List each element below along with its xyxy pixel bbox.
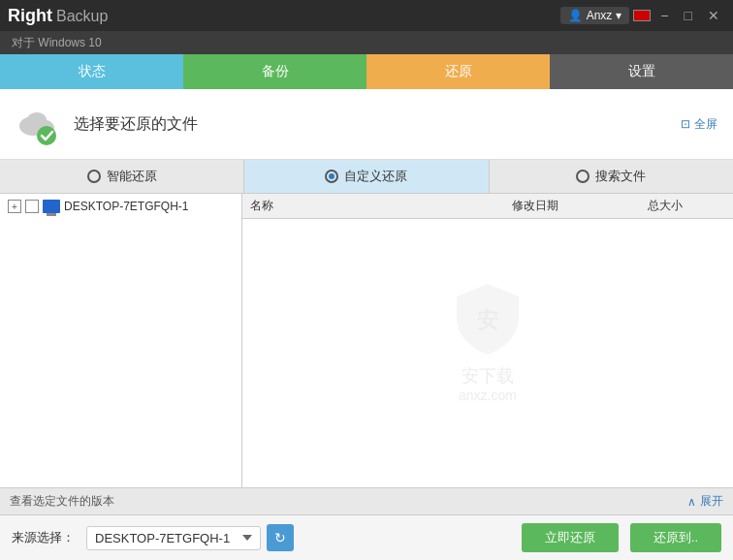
source-label: 来源选择： — [12, 529, 75, 546]
left-panel: + DESKTOP-7ETGFQH-1 — [0, 194, 242, 487]
page-title: 选择要还原的文件 — [74, 114, 198, 135]
tree-item-label: DESKTOP-7ETGFQH-1 — [64, 200, 188, 213]
subtitle-text: 对于 Windows 10 — [12, 35, 102, 51]
options-row: 智能还原 自定义还原 搜索文件 — [0, 160, 733, 194]
col-header-date: 修改日期 — [512, 198, 628, 214]
radio-search-files — [576, 170, 590, 183]
option-smart-restore[interactable]: 智能还原 — [0, 160, 244, 193]
right-panel: 名称 修改日期 总大小 安 安下载 anxz.com — [242, 194, 733, 487]
app-logo: Right Backup — [8, 6, 560, 26]
brand-backup: Backup — [56, 8, 108, 25]
fullscreen-button[interactable]: ⊡ 全屏 — [681, 116, 717, 133]
plus-icon: + — [12, 202, 17, 212]
radio-custom-restore — [325, 170, 338, 183]
option-search-files-label: 搜索文件 — [595, 168, 646, 185]
user-icon: 👤 — [568, 9, 583, 22]
chevron-down-icon: ▾ — [616, 9, 621, 22]
close-button[interactable]: ✕ — [702, 7, 725, 24]
option-custom-restore-label: 自定义还原 — [344, 168, 407, 185]
tab-backup[interactable]: 备份 — [183, 54, 366, 89]
expand-chevron-icon: ∧ — [687, 495, 696, 509]
svg-point-2 — [27, 112, 47, 128]
maximize-button[interactable]: □ — [679, 7, 698, 24]
option-custom-restore[interactable]: 自定义还原 — [244, 160, 489, 193]
nav-tabs: 状态 备份 还原 设置 — [0, 54, 733, 89]
watermark-shield-icon: 安 — [449, 279, 526, 357]
tab-settings[interactable]: 设置 — [550, 54, 733, 89]
minimize-button[interactable]: − — [654, 7, 674, 24]
language-flag-icon — [633, 10, 651, 21]
expand-version-button[interactable]: ∧ 展开 — [687, 493, 723, 510]
watermark-text: 安下载 — [449, 364, 526, 388]
svg-text:安: 安 — [475, 308, 498, 332]
subtitle-bar: 对于 Windows 10 — [0, 31, 733, 54]
watermark: 安 安下载 anxz.com — [449, 279, 526, 403]
cloud-restore-icon — [16, 101, 62, 147]
option-smart-restore-label: 智能还原 — [107, 168, 157, 185]
titlebar: Right Backup 👤 Anxz ▾ − □ ✕ — [0, 0, 733, 31]
watermark-subtext: anxz.com — [459, 388, 517, 403]
tab-restore[interactable]: 还原 — [366, 54, 550, 89]
brand-right: Right — [8, 6, 52, 26]
option-search-files[interactable]: 搜索文件 — [490, 160, 733, 193]
svg-point-3 — [37, 126, 56, 145]
restore-to-button[interactable]: 还原到.. — [630, 523, 721, 552]
content-header: 选择要还原的文件 ⊡ 全屏 — [0, 89, 733, 160]
tree-expand-button[interactable]: + — [8, 200, 21, 213]
user-menu-button[interactable]: 👤 Anxz ▾ — [560, 7, 630, 24]
user-name: Anxz — [587, 9, 613, 22]
refresh-icon: ↻ — [274, 530, 286, 545]
source-select[interactable]: DESKTOP-7ETGFQH-1 — [86, 526, 261, 550]
titlebar-controls: 👤 Anxz ▾ − □ ✕ — [560, 7, 725, 24]
computer-icon — [43, 200, 60, 213]
col-header-size: 总大小 — [648, 198, 725, 214]
radio-smart-restore — [87, 170, 101, 183]
content-area: + DESKTOP-7ETGFQH-1 名称 修改日期 总大小 安 — [0, 194, 733, 487]
right-panel-header: 名称 修改日期 总大小 — [242, 194, 733, 219]
col-header-name: 名称 — [250, 198, 493, 214]
tree-item-desktop[interactable]: + DESKTOP-7ETGFQH-1 — [0, 194, 241, 219]
header-left: 选择要还原的文件 — [16, 101, 198, 147]
version-bar-label: 查看选定文件的版本 — [10, 493, 114, 510]
expand-label: 展开 — [700, 493, 723, 510]
fullscreen-label: 全屏 — [694, 116, 717, 133]
restore-now-button[interactable]: 立即还原 — [522, 523, 619, 552]
refresh-button[interactable]: ↻ — [267, 524, 294, 551]
tree-checkbox[interactable] — [25, 200, 39, 213]
footer: 来源选择： DESKTOP-7ETGFQH-1 ↻ 立即还原 还原到.. — [0, 514, 733, 560]
fullscreen-icon: ⊡ — [681, 117, 690, 131]
tab-status[interactable]: 状态 — [0, 54, 183, 89]
main-content: 选择要还原的文件 ⊡ 全屏 智能还原 自定义还原 搜索文件 + — [0, 89, 733, 560]
source-select-wrapper: DESKTOP-7ETGFQH-1 ↻ — [86, 524, 294, 551]
version-bar: 查看选定文件的版本 ∧ 展开 — [0, 487, 733, 514]
